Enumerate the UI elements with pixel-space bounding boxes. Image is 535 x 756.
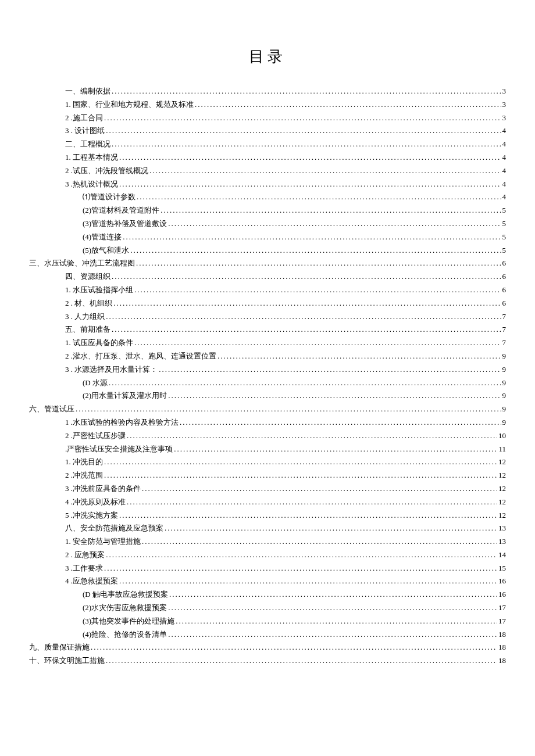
toc-page-number: 4: [502, 152, 507, 164]
toc-leader: [104, 112, 501, 124]
toc-leader: [106, 311, 501, 323]
toc-entry: ⑴管道设计参数4: [29, 191, 506, 203]
toc-page-number: 9: [502, 377, 507, 389]
toc-leader: [195, 99, 501, 111]
toc-label: 3 . 水源选择及用水量计算：: [65, 364, 158, 376]
toc-page-number: 12: [498, 496, 506, 508]
toc-leader: [106, 549, 497, 561]
toc-label: 五、前期准备: [65, 324, 110, 336]
toc-entry: 四、资源组织6: [29, 271, 506, 283]
toc-entry: 二、工程概况4: [29, 138, 506, 151]
toc-entry: 2 . 应急预案14: [29, 549, 506, 561]
toc-label: 1. 工程基本情况: [65, 152, 118, 164]
toc-page-number: 14: [498, 549, 506, 561]
toc-label: 2 .冲洗范围: [65, 470, 103, 482]
toc-label: 三、水压试验、冲洗工艺流程图: [29, 257, 135, 270]
toc-entry: 五、前期准备7: [29, 324, 506, 336]
toc-leader: [168, 218, 501, 230]
toc-leader: [127, 496, 497, 508]
toc-label: 四、资源组织: [65, 271, 110, 283]
toc-page-number: 17: [498, 615, 506, 628]
toc-entry: 三、水压试验、冲洗工艺流程图6: [29, 257, 506, 270]
toc-label: (2)管道材料及管道附件: [83, 205, 159, 217]
toc-label: (D 水源: [83, 377, 108, 389]
toc-label: 3 . 设计图纸: [65, 125, 105, 137]
toc-leader: [180, 417, 501, 429]
toc-label: 六、管道试压: [29, 403, 74, 415]
toc-leader: [142, 483, 497, 495]
toc-page-number: 11: [498, 443, 506, 456]
toc-label: 十、环保文明施工措施: [29, 655, 105, 667]
toc-page-number: 3: [502, 112, 507, 124]
toc-label: 4 .冲洗原则及标准: [65, 496, 126, 508]
toc-leader: [112, 271, 501, 283]
toc-entry: 3 . 设计图纸4: [29, 125, 506, 137]
toc-leader: [134, 284, 501, 296]
toc-label: 1. 冲洗目的: [65, 456, 103, 468]
toc-label: 1. 试压应具备的条件: [65, 337, 133, 349]
toc-leader: [142, 536, 497, 548]
toc-entry: .严密性试压安全措施及注意事项11: [29, 443, 506, 456]
toc-page-number: 3: [502, 85, 507, 98]
toc-label: 1. 水压试验指挥小组: [65, 284, 133, 296]
toc-leader: [112, 324, 501, 336]
toc-leader: [174, 443, 497, 456]
toc-leader: [104, 456, 497, 468]
toc-page-number: 13: [498, 522, 506, 535]
toc-label: 1. 安全防范与管理措施: [65, 536, 141, 548]
toc-page-number: 6: [502, 271, 507, 283]
toc-label: 2 .试压、冲洗段管线概况: [65, 165, 148, 177]
toc-leader: [104, 562, 497, 575]
toc-page-number: 18: [498, 629, 506, 641]
toc-page-number: 7: [502, 311, 507, 323]
toc-entry: (4)管道连接5: [29, 231, 506, 243]
toc-page-number: 5: [502, 205, 507, 217]
toc-page-number: 18: [498, 655, 506, 667]
toc-page-number: 10: [498, 430, 506, 442]
toc-entry: 3 .工作要求15: [29, 562, 506, 575]
toc-label: 1. 国家、行业和地方规程、规范及标准: [65, 99, 194, 111]
toc-entry: (4)抢险、抢修的设备清单18: [29, 629, 506, 641]
toc-leader: [112, 138, 501, 151]
toc-leader: [168, 390, 501, 402]
toc-entry: 2 .冲洗范围12: [29, 470, 506, 482]
toc-leader: [136, 257, 501, 270]
toc-label: (4)管道连接: [83, 231, 122, 243]
toc-entry: 九、质量保证措施18: [29, 642, 506, 654]
toc-label: 1 .水压试验的检验内容及检验方法: [65, 417, 179, 429]
toc-page-number: 17: [498, 602, 506, 614]
toc-leader: [109, 377, 501, 389]
toc-label: 3 .工作要求: [65, 562, 103, 575]
toc-entry: 1. 冲洗目的12: [29, 456, 506, 468]
toc-leader: [119, 510, 497, 522]
toc-entry: 十、环保文明施工措施18: [29, 655, 506, 667]
toc-label: 2 . 材、机组织: [65, 298, 112, 310]
toc-entry: (3)其他突发事件的处理措施17: [29, 615, 506, 628]
toc-leader: [160, 205, 501, 217]
toc-entry: 1 .水压试验的检验内容及检验方法9: [29, 417, 506, 429]
toc-label: 3 . 人力组织: [65, 311, 105, 323]
toc-page-number: 7: [502, 337, 507, 349]
toc-label: 九、质量保证措施: [29, 642, 90, 654]
toc-entry: 2 .施工合同3: [29, 112, 506, 124]
toc-label: (3)管道热补偿及管道敷设: [83, 218, 167, 230]
toc-label: 2 .施工合同: [65, 112, 103, 124]
toc-entry: 3 .冲洗前应具备的条件12: [29, 483, 506, 495]
toc-entry: 5 .冲洗实施方案12: [29, 510, 506, 522]
toc-leader: [127, 430, 497, 442]
toc-page-number: 4: [502, 138, 507, 151]
toc-label: 二、工程概况: [65, 138, 110, 151]
toc-leader: [123, 231, 501, 243]
toc-entry: 六、管道试压9: [29, 403, 506, 415]
toc-entry: 4 .冲洗原则及标准12: [29, 496, 506, 508]
toc-entry: 4 .应急救援预案16: [29, 575, 506, 587]
toc-page-number: 5: [502, 245, 507, 257]
toc-page-number: 6: [502, 298, 507, 310]
toc-label: 3 .冲洗前应具备的条件: [65, 483, 141, 495]
toc-entry: 1. 试压应具备的条件7: [29, 337, 506, 349]
toc-leader: [168, 629, 497, 641]
toc-page-number: 5: [502, 231, 507, 243]
toc-page-number: 12: [498, 510, 506, 522]
toc-page-number: 4: [502, 125, 507, 137]
toc-entry: 3 .热机设计概况4: [29, 178, 506, 191]
